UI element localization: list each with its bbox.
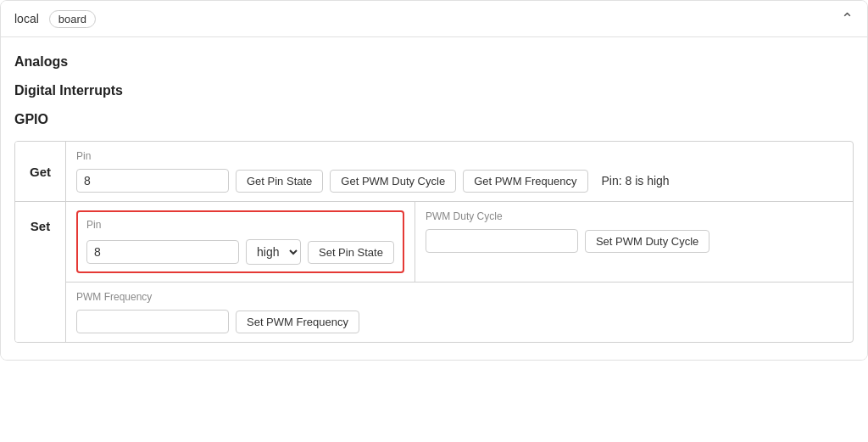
local-label: local — [14, 12, 39, 25]
analogs-title: Analogs — [14, 54, 854, 70]
pwm-duty-cycle-input[interactable] — [426, 229, 578, 253]
chevron-up-icon[interactable]: ⌃ — [841, 9, 854, 28]
get-pin-label: Pin — [76, 150, 843, 162]
header-left: local board — [14, 10, 96, 28]
header: local board ⌃ — [1, 1, 867, 37]
pwm-duty-cycle-section: PWM Duty Cycle Set PWM Duty Cycle — [415, 202, 853, 282]
set-pin-label: Pin — [86, 219, 394, 231]
gpio-title: GPIO — [14, 112, 854, 127]
get-pin-state-button[interactable]: Get Pin State — [236, 170, 323, 193]
content-area: Analogs Digital Interrupts GPIO Get Pin … — [1, 37, 867, 360]
set-pin-state-button[interactable]: Set Pin State — [308, 241, 394, 264]
pwm-frequency-section: PWM Frequency Set PWM Frequency — [66, 283, 853, 342]
get-pin-input[interactable] — [76, 169, 229, 193]
get-row-label: Get — [15, 142, 66, 201]
main-container: local board ⌃ Analogs Digital Interrupts… — [0, 0, 868, 361]
get-row: Get Pin Get Pin State Get PWM Duty Cycle… — [15, 142, 853, 202]
digital-interrupts-title: Digital Interrupts — [14, 83, 854, 98]
set-pwm-frequency-button[interactable]: Set PWM Frequency — [236, 311, 359, 333]
pwm-frequency-label: PWM Frequency — [76, 291, 843, 303]
pwm-duty-cycle-label: PWM Duty Cycle — [426, 210, 843, 222]
get-pwm-frequency-button[interactable]: Get PWM Frequency — [463, 170, 587, 193]
set-pin-fields: high low Set Pin State — [86, 239, 394, 265]
set-pwm-duty-cycle-button[interactable]: Set PWM Duty Cycle — [585, 230, 709, 253]
set-state-select[interactable]: high low — [246, 239, 301, 265]
set-pin-state-section: Pin high low Set Pin State — [66, 202, 415, 282]
highlight-box: Pin high low Set Pin State — [76, 210, 404, 273]
get-result-text: Pin: 8 is high — [602, 174, 670, 187]
set-row: Set Pin high — [15, 202, 853, 342]
pwm-frequency-fields: Set PWM Frequency — [76, 310, 843, 333]
set-row-label: Set — [15, 202, 66, 342]
board-badge: board — [49, 10, 96, 28]
pwm-frequency-input[interactable] — [76, 310, 229, 333]
get-row-fields: Get Pin State Get PWM Duty Cycle Get PWM… — [76, 169, 843, 193]
pwm-duty-cycle-fields: Set PWM Duty Cycle — [426, 229, 843, 253]
get-row-content: Pin Get Pin State Get PWM Duty Cycle Get… — [66, 142, 853, 201]
gpio-table: Get Pin Get Pin State Get PWM Duty Cycle… — [14, 141, 854, 343]
set-pin-input[interactable] — [86, 240, 239, 264]
get-pwm-duty-cycle-button[interactable]: Get PWM Duty Cycle — [330, 170, 456, 193]
